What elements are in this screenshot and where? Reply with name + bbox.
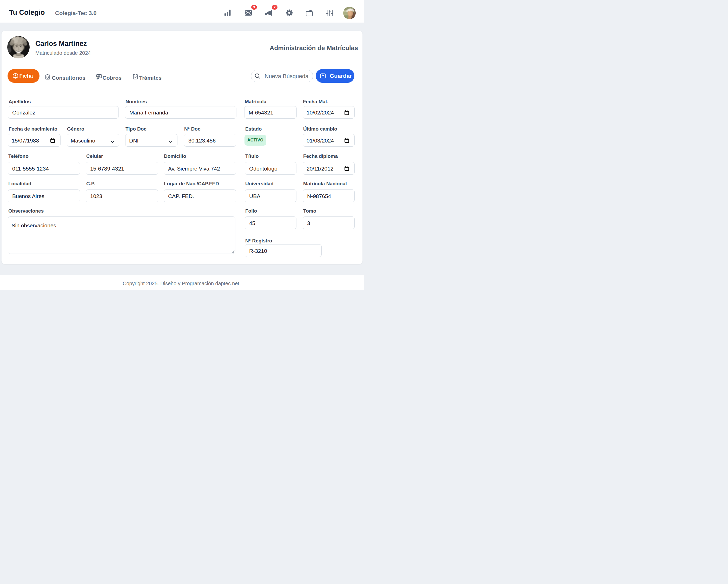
svg-text:$: $ (97, 76, 98, 79)
